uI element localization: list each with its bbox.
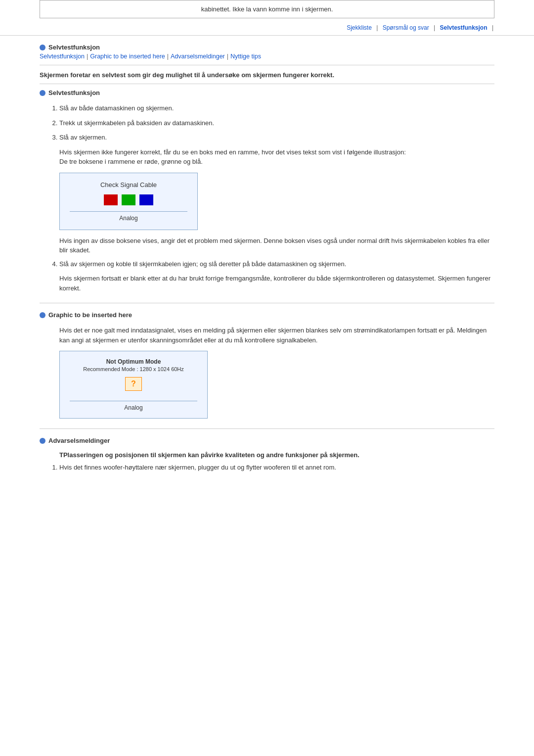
breadcrumb-graphic[interactable]: Graphic to be inserted here: [90, 53, 165, 60]
color-red: [104, 194, 118, 205]
diagram2-mode-sub: Recommended Mode : 1280 x 1024 60Hz: [70, 366, 197, 372]
section3-step1: Hvis det finnes woofer-høyttalere nær sk…: [59, 463, 494, 472]
question-mark-box: ?: [125, 377, 142, 391]
section3-bold-note: TPlasseringen og posisjonen til skjermen…: [59, 451, 494, 459]
color-blocks: [70, 194, 187, 205]
diagram1-label: Analog: [70, 211, 187, 222]
section-graphic: Graphic to be inserted here Hvis det er …: [40, 311, 494, 419]
question-mark: ?: [131, 379, 136, 388]
section1-title: Selvtestfunksjon: [48, 89, 100, 96]
section-selvtest: Selvtestfunksjon Slå av både datamaskine…: [40, 89, 494, 293]
nav-sjekkliste[interactable]: Sjekkliste: [347, 24, 372, 31]
step-1: Slå av både datamaskinen og skjermen.: [59, 103, 494, 113]
para3: Hvis skjermen fortsatt er blank etter at…: [59, 274, 494, 293]
section-advarsel: Advarselsmeldinger TPlasseringen og posi…: [40, 437, 494, 472]
diagram-check-signal: Check Signal Cable Analog: [59, 173, 198, 230]
section3-bullet: [40, 438, 45, 444]
section2-title: Graphic to be inserted here: [48, 311, 132, 319]
intro-bold: Skjermen foretar en selvtest som gir deg…: [40, 71, 494, 84]
section3-title: Advarselsmeldinger: [48, 437, 110, 444]
breadcrumb-advarsel[interactable]: Advarselsmeldinger: [171, 53, 225, 60]
top-banner-text: kabinettet. Ikke la vann komme inn i skj…: [201, 5, 333, 13]
section1-bullet: [40, 90, 45, 96]
nav-sep-3: |: [492, 24, 493, 31]
main-section-header: Selvtestfunksjon: [40, 44, 494, 51]
color-green: [122, 194, 135, 205]
step-4: Slå av skjermen og koble til skjermkabel…: [59, 259, 494, 269]
nav-sep-1: |: [376, 24, 378, 31]
para2: Hvis ingen av disse boksene vises, angir…: [59, 236, 494, 255]
nav-sporsmal[interactable]: Spørsmål og svar: [383, 24, 429, 31]
nav-sep-2: |: [434, 24, 435, 31]
section1-header: Selvtestfunksjon: [40, 89, 494, 98]
breadcrumb-selvtest[interactable]: Selvtestfunksjon: [40, 53, 85, 60]
breadcrumb-nyttige[interactable]: Nyttige tips: [230, 53, 261, 60]
diagram-not-optimum: Not Optimum Mode Recommended Mode : 1280…: [59, 351, 208, 419]
divider-1: [40, 303, 494, 303]
nav-selvtest[interactable]: Selvtestfunksjon: [440, 24, 488, 31]
steps-list: Slå av både datamaskinen og skjermen. Tr…: [59, 103, 494, 142]
diagram2-mode-title: Not Optimum Mode: [70, 358, 197, 365]
breadcrumb: Selvtestfunksjon | Graphic to be inserte…: [40, 53, 494, 65]
section2-para1: Hvis det er noe galt med inndatasignalet…: [59, 326, 494, 345]
section3-steps: Hvis det finnes woofer-høyttalere nær sk…: [59, 463, 494, 472]
step-2: Trekk ut skjermkabelen på baksiden av da…: [59, 118, 494, 128]
diagram2-label: Analog: [70, 401, 197, 411]
main-section-title: Selvtestfunksjon: [48, 44, 100, 51]
para1: Hvis skjermen ikke fungerer korrekt, får…: [59, 147, 494, 167]
main-bullet-icon: [40, 45, 45, 50]
steps-list-4: Slå av skjermen og koble til skjermkabel…: [59, 259, 494, 269]
step-3: Slå av skjermen.: [59, 133, 494, 142]
color-blue: [139, 194, 153, 205]
diagram1-title: Check Signal Cable: [70, 181, 187, 189]
nav-bar: Sjekkliste | Spørsmål og svar | Selvtest…: [0, 18, 534, 36]
section2-bullet: [40, 312, 45, 318]
section3-header: Advarselsmeldinger: [40, 437, 494, 446]
top-banner: kabinettet. Ikke la vann komme inn i skj…: [40, 0, 494, 18]
divider-2: [40, 428, 494, 429]
page-content: Selvtestfunksjon Selvtestfunksjon | Grap…: [0, 36, 534, 502]
section2-header: Graphic to be inserted here: [40, 311, 494, 321]
